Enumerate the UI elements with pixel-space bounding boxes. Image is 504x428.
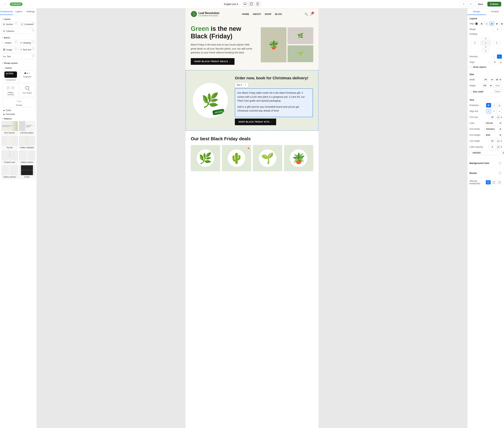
columns-component[interactable]: ⊟ Columns i [1, 28, 35, 34]
line-height-chevron[interactable]: ▾ [501, 140, 502, 142]
mobile-button[interactable] [255, 2, 260, 7]
action-component-item[interactable]: ACTION → Component [3, 70, 19, 82]
image-component[interactable]: 🖼 Image i [1, 47, 18, 53]
width-fit-select[interactable]: Fit Fill Fixed [483, 77, 494, 82]
padding-right-input[interactable] [493, 41, 500, 45]
text-toolbar-type[interactable]: Text ▾ [236, 83, 244, 87]
gallery-articles-pattern-2[interactable]: Gallery articles [1, 165, 18, 179]
padding-bottom-input[interactable] [482, 49, 489, 53]
left-description-pattern[interactable]: Left description [19, 121, 35, 135]
tab-content[interactable]: Content [486, 8, 504, 15]
nav-shop[interactable]: SHOP [265, 13, 272, 16]
bold-button[interactable]: B [486, 103, 491, 107]
margin-input[interactable] [493, 27, 502, 31]
padding-top-input[interactable] [482, 37, 489, 41]
save-button[interactable]: Save [475, 1, 486, 7]
text-color-hex-input[interactable] [471, 151, 500, 155]
height-fill-select[interactable]: Fill Fit Fixed [482, 83, 492, 88]
padding-bottom-top-input[interactable] [482, 45, 489, 49]
tablet-button[interactable] [248, 2, 254, 7]
selected-text-block[interactable]: Our Black Friday table center kit is the… [235, 88, 313, 117]
max-width-input[interactable] [493, 89, 502, 94]
hero-banner-pattern[interactable]: Hero banner [1, 121, 18, 135]
gallery-articles-pattern-1[interactable]: Gallery articles [19, 150, 35, 164]
padding-resize-handle[interactable]: ↔ [480, 41, 491, 45]
align-center-v-button[interactable]: ▣ [495, 22, 499, 26]
wrap-objects-checkbox[interactable] [470, 66, 472, 68]
icon-button-item[interactable]: Icon button [20, 83, 35, 97]
align-text-center-button[interactable]: ≡ [492, 109, 496, 114]
font-weight-select[interactable]: Bold Regular Light [484, 133, 502, 137]
language-selector[interactable]: English (en) ▾ [222, 2, 240, 6]
external-link-button[interactable]: ↗ [468, 1, 473, 7]
heart-icon-1[interactable]: ♡ [216, 147, 218, 150]
wrap-objects-row[interactable]: Wrap objects [470, 66, 502, 68]
deal-card-1[interactable]: 🌿 ♡ [191, 145, 220, 171]
align-center-h-button[interactable]: ▣ [479, 22, 484, 26]
tab-design[interactable]: Design [467, 8, 486, 15]
gallery-controls-item[interactable]: ← → Gallery controls [3, 83, 19, 97]
height-auto-input[interactable] [493, 83, 502, 88]
product-card-pattern[interactable]: Product card [1, 150, 18, 164]
section-component[interactable]: ⊞ Section i [1, 21, 18, 27]
nav-home[interactable]: HOME [242, 13, 249, 16]
deal-card-4[interactable]: 🪴 ♡ [284, 145, 313, 171]
direction-vertical-button[interactable]: ↕ [497, 54, 502, 59]
padding-left-input[interactable] [471, 41, 478, 45]
gallery-highlight-pattern[interactable]: Gallery highlight [19, 136, 35, 149]
align-text-left-button[interactable]: ≡ [486, 109, 491, 114]
search-icon[interactable]: 🔍 [304, 12, 308, 16]
max-width-checkbox[interactable] [470, 90, 472, 93]
line-height-input[interactable] [489, 139, 496, 143]
text-toolbar-menu[interactable]: ⋮ [245, 83, 247, 87]
width-all-select[interactable]: All [494, 77, 502, 82]
add-background-color-button[interactable]: + [498, 161, 502, 165]
text-component[interactable]: Aa Text i [1, 54, 35, 59]
cart-icon[interactable]: 🛒1 [310, 12, 313, 16]
button-component[interactable]: ○ Button i [1, 40, 18, 46]
align-text-right-button[interactable]: ≡ [497, 109, 502, 114]
desktop-breakpoint-button[interactable] [486, 180, 491, 184]
font-size-chevron[interactable]: ▾ [501, 116, 502, 118]
heart-icon-3[interactable]: ♡ [278, 147, 280, 150]
container-component[interactable]: ⬜ Container i [19, 21, 35, 27]
letter-spacing-input[interactable] [489, 145, 496, 149]
gaps-value-input[interactable] [490, 60, 499, 64]
align-right-button[interactable]: ⬜ [484, 22, 489, 26]
nav-about[interactable]: ABOUT [253, 13, 261, 16]
publish-button[interactable]: Publish [487, 2, 501, 7]
tablet-breakpoint-button[interactable] [491, 180, 496, 184]
desktop-button[interactable] [242, 2, 248, 7]
direction-horizontal-button[interactable]: ↔ [492, 54, 496, 59]
help-button[interactable]: ? [461, 1, 466, 7]
font-size-input[interactable] [489, 115, 496, 119]
promo-cta-button[interactable]: SHOP BLACK FRIDAY KITS → [235, 119, 276, 125]
tab-settings[interactable]: Settings [25, 8, 37, 15]
text-color-opacity-input[interactable] [501, 151, 504, 155]
carousels-expand[interactable]: ▶ Carousels [3, 112, 35, 116]
cards-expand[interactable]: ▶ Cards [3, 108, 35, 112]
heart-icon-2[interactable]: ♥ [248, 147, 249, 150]
deal-card-2[interactable]: 🌵 ♥ [222, 145, 251, 171]
align-left-button[interactable]: ⬛ [474, 22, 479, 26]
mobile-breakpoint-button[interactable] [497, 180, 502, 184]
italic-button[interactable]: I [492, 103, 496, 107]
align-top-button[interactable]: ▣ [489, 22, 494, 26]
paginator-item[interactable]: Paginator [20, 70, 35, 82]
add-border-button[interactable]: + [498, 171, 502, 175]
rich-text-component[interactable]: A Rich text i [19, 47, 35, 53]
underline-button[interactable]: U [497, 103, 502, 107]
top-bar-pattern[interactable]: Top bar [1, 136, 18, 149]
tab-components[interactable]: Components [0, 8, 13, 15]
socials-item[interactable]: f t in Socials [3, 98, 35, 107]
back-button[interactable]: ← [3, 2, 8, 7]
max-width-checkbox-row[interactable]: Max-width [470, 90, 483, 93]
heading-component[interactable]: H Heading i [19, 40, 35, 46]
case-select[interactable]: Normal Uppercase Lowercase Capitalize [484, 121, 502, 125]
hero-cta-button[interactable]: SHOP BLACK FRIDAY DEALS → [191, 58, 234, 65]
footer-pattern[interactable]: Footer [19, 165, 35, 179]
text-color-swatch[interactable] [470, 151, 470, 155]
font-family-select[interactable]: Helvetica Arial Georgia [484, 127, 502, 131]
deal-card-3[interactable]: 🌱 ♡ [253, 145, 282, 171]
tab-layers[interactable]: Layers [13, 8, 25, 15]
